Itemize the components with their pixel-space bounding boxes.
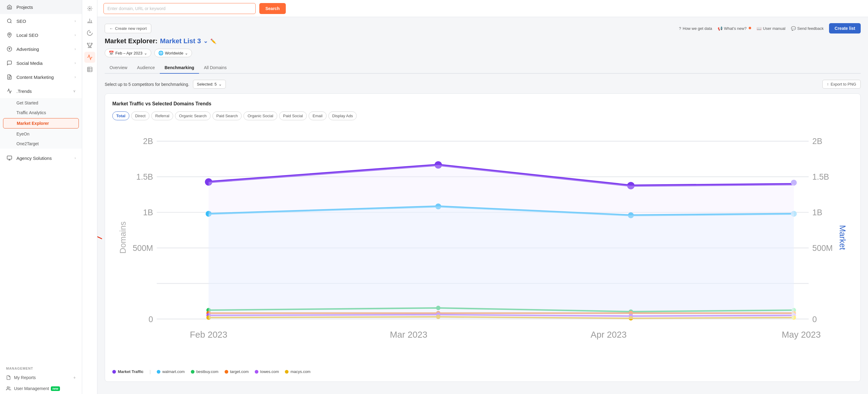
content-area: ← Create new report ? How we get data 📢 … [97,17,868,394]
svg-text:1.5B: 1.5B [812,172,829,181]
whats-new-link[interactable]: 📢 What's new? [718,26,751,31]
new-badge: new [51,386,60,391]
traffic-tab-paid-social[interactable]: Paid Social [279,112,307,120]
search-button[interactable]: Search [259,3,286,14]
tab-all-domains[interactable]: All Domains [199,62,231,74]
user-manual-link[interactable]: 📖 User manual [756,26,785,31]
toolbar-trophy[interactable] [84,39,95,51]
svg-text:Apr 2023: Apr 2023 [591,330,627,339]
search-input[interactable] [103,3,256,14]
selected-competitors-dropdown[interactable]: Selected: 5 ⌄ [193,80,226,89]
sidebar-item-social-media[interactable]: Social Media › [0,56,82,70]
legend-label-macys: macys.com [290,369,310,374]
trends-icon [6,88,13,94]
create-list-button[interactable]: Create list [829,23,861,33]
legend-label-walmart: walmart.com [162,369,185,374]
sidebar-item-advertising[interactable]: Advertising › [0,42,82,56]
legend-bestbuy: bestbuy.com [191,369,219,374]
chart-title: Market Traffic vs Selected Domains Trend… [112,101,853,107]
tab-audience[interactable]: Audience [132,62,159,74]
svg-point-4 [7,387,8,388]
sidebar-item-local-seo-label: Local SEO [17,33,38,38]
icon-toolbar [82,0,97,394]
how-we-get-data-label: How we get data [683,26,712,31]
dropdown-icon[interactable]: ⌄ [203,38,208,44]
main-content: Search ← Create new report ? How we get … [97,0,868,394]
top-bar: Search [97,0,868,17]
sidebar-user-management[interactable]: User Management new [0,383,82,394]
toolbar-scope[interactable] [84,3,95,14]
export-png-button[interactable]: ↑ Export to PNG [823,80,861,89]
sidebar-item-agency-solutions[interactable]: Agency Solutions › [0,151,82,165]
sidebar-item-trends[interactable]: .Trends ∨ [0,84,82,98]
sidebar-item-agency-solutions-label: Agency Solutions [17,156,52,161]
sidebar-item-content-marketing[interactable]: Content Marketing › [0,70,82,84]
edit-icon[interactable]: ✏️ [210,38,216,44]
legend-separator: | [150,369,151,374]
legend-market-traffic: Market Traffic [112,369,144,374]
traffic-tab-display-ads[interactable]: Display Ads [329,112,357,120]
my-reports-label: My Reports [14,375,36,380]
market-list-name[interactable]: Market List 3 [160,37,201,45]
date-chevron-icon: ⌄ [144,51,147,55]
svg-text:500M: 500M [812,244,833,253]
user-management-label: User Management [14,386,49,391]
notification-dot [749,27,751,29]
svg-text:0: 0 [812,315,817,324]
sidebar-item-projects[interactable]: Projects [0,0,82,14]
sidebar-sub-item-market-explorer[interactable]: Market Explorer [3,118,79,128]
sidebar-sub-item-get-started[interactable]: Get Started [0,98,82,108]
advertising-icon [6,46,13,52]
svg-text:1B: 1B [143,208,153,217]
how-we-get-data-link[interactable]: ? How we get data [679,26,712,31]
home-icon [6,4,13,10]
legend-dot-macys [285,370,288,373]
traffic-tab-email[interactable]: Email [309,112,327,120]
location-filter[interactable]: 🌐 Worldwide ⌄ [154,49,192,57]
toolbar-table[interactable] [84,64,95,75]
sidebar-sub-item-one2target[interactable]: One2Target [0,139,82,149]
traffic-tab-paid-search[interactable]: Paid Search [212,112,242,120]
arrow-left-icon: ← [109,26,113,31]
traffic-tab-referral[interactable]: Referral [151,112,173,120]
sidebar-item-advertising-label: Advertising [17,47,39,52]
send-feedback-link[interactable]: 💬 Send feedback [791,26,824,31]
create-report-button[interactable]: ← Create new report [105,24,151,33]
toolbar-radar[interactable] [84,27,95,38]
legend-lowes: lowes.com [255,369,279,374]
add-report-icon[interactable]: + [73,375,76,380]
sidebar: Projects SEO › Local SEO › Advertising ›… [0,0,82,394]
traffic-tab-organic-search[interactable]: Organic Search [175,112,210,120]
svg-text:500M: 500M [133,244,153,253]
tab-overview[interactable]: Overview [105,62,132,74]
sidebar-item-local-seo[interactable]: Local SEO › [0,28,82,42]
sidebar-sub-item-eyeon[interactable]: EyeOn [0,129,82,139]
legend-label-market-traffic: Market Traffic [118,369,144,374]
sidebar-item-projects-label: Projects [17,5,33,10]
traffic-type-tabs: Total Direct Referral Organic Search Pai… [112,112,853,120]
toolbar-bar-chart[interactable] [84,15,95,26]
traffic-tab-total[interactable]: Total [112,112,129,120]
date-range-filter[interactable]: 📅 Feb – Apr 2023 ⌄ [105,49,151,57]
export-label: Export to PNG [831,82,856,87]
trend-chart-svg: 2B 1.5B 1B 500M 0 2B 1.5B 1B 500M 0 Doma… [112,126,853,364]
feedback-icon: 💬 [791,26,796,31]
benchmarking-controls: Select up to 5 competitors for benchmark… [105,80,861,89]
toolbar-trends-chart[interactable] [84,52,95,63]
chevron-right-icon: › [74,19,76,23]
traffic-tab-organic-social[interactable]: Organic Social [244,112,277,120]
svg-rect-3 [7,156,12,159]
location-icon [6,32,13,38]
sidebar-item-seo-label: SEO [17,19,26,24]
seo-icon [6,18,13,24]
date-range-label: Feb – Apr 2023 [115,51,143,55]
sidebar-my-reports[interactable]: My Reports + [0,372,82,383]
svg-text:Mar 2023: Mar 2023 [390,330,427,339]
selected-count-label: Selected: 5 [197,82,217,87]
tab-benchmarking[interactable]: Benchmarking [160,62,199,74]
question-icon: ? [679,26,681,31]
sidebar-item-seo[interactable]: SEO › [0,14,82,28]
sidebar-sub-item-traffic-analytics[interactable]: Traffic Analytics [0,108,82,118]
chevron-down-icon: ∨ [73,89,76,93]
traffic-tab-direct[interactable]: Direct [131,112,149,120]
